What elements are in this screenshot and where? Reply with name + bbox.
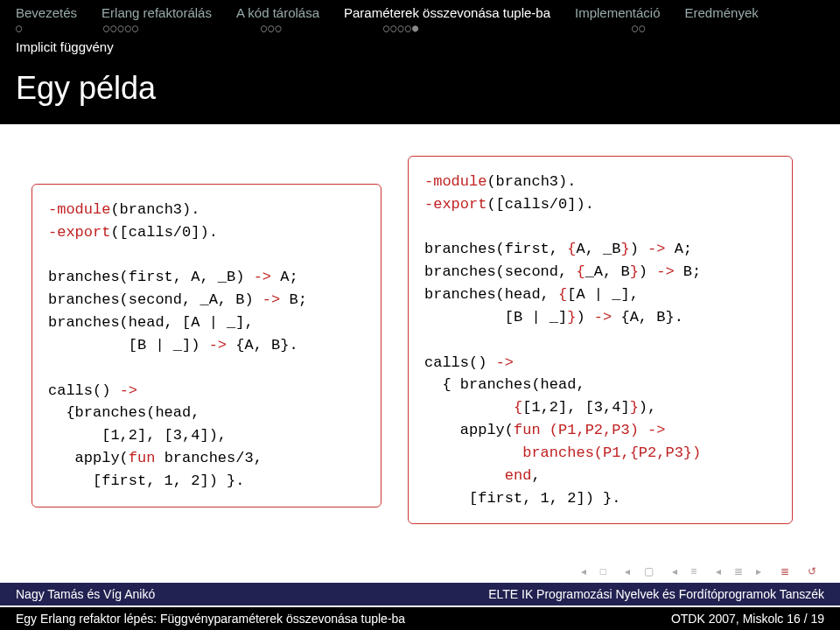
section-nav: BevezetésErlang refaktorálásA kód tárolá… — [0, 0, 840, 38]
slide-title: Egy példa — [0, 60, 840, 124]
authors: Nagy Tamás és Víg Anikó — [16, 587, 155, 601]
slide-content: -module(branch3). -export([calls/0]). br… — [0, 124, 840, 524]
beamer-nav-icons[interactable]: ◂ □ ◂ ▢ ◂ ≡ ◂ ≣ ▸ ≣ ↺ — [578, 565, 824, 578]
nav-progress-dots: ○○○○○ — [103, 22, 236, 34]
institute: ELTE IK Programozási Nyelvek és Fordítóp… — [488, 587, 824, 601]
talk-title: Egy Erlang refaktor lépés: Függvényparam… — [16, 612, 405, 626]
nav-sec-icon[interactable]: ◂ ≣ ▸ — [716, 565, 767, 578]
nav-progress-dots: ○○ — [632, 22, 723, 34]
nav-progress-dots: ○ — [16, 22, 79, 34]
code-after: -module(branch3). -export([calls/0]). br… — [408, 156, 793, 524]
nav-item[interactable]: Paraméterek összevonása tuple-ba — [344, 5, 550, 20]
nav-item[interactable]: Erlang refaktorálás — [102, 5, 212, 20]
nav-item[interactable]: Eredmények — [685, 5, 759, 20]
nav-progress-dots: ○○○○● — [383, 22, 607, 34]
nav-undo-icon[interactable]: ↺ — [808, 565, 822, 578]
nav-back-icon[interactable]: ≣ — [780, 565, 794, 578]
nav-frame-icon[interactable]: ◂ ▢ — [625, 565, 658, 578]
nav-prev-icon[interactable]: ◂ □ — [581, 565, 612, 578]
nav-item[interactable]: Bevezetés — [16, 5, 77, 20]
code-before: -module(branch3). -export([calls/0]). br… — [32, 184, 382, 508]
nav-progress-dots: ○○○ — [261, 22, 359, 34]
subsection-label: Implicit függvény — [0, 38, 840, 60]
footer-authors: Nagy Tamás és Víg Anikó ELTE IK Programo… — [0, 583, 840, 606]
nav-progress-dots — [747, 22, 817, 34]
nav-subsec-icon[interactable]: ◂ ≡ — [672, 565, 702, 578]
footer-title: Egy Erlang refaktor lépés: Függvényparam… — [0, 607, 840, 630]
nav-item[interactable]: A kód tárolása — [236, 5, 319, 20]
page-number: OTDK 2007, Miskolc 16 / 19 — [671, 612, 824, 626]
nav-item[interactable]: Implementáció — [575, 5, 661, 20]
